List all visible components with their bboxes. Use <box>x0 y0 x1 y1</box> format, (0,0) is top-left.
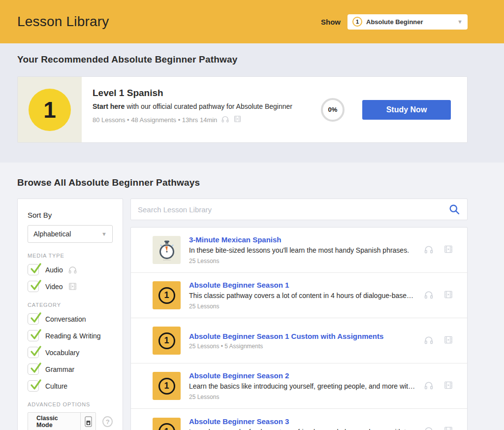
recommended-heading: Your Recommended Absolute Beginner Pathw… <box>17 54 238 65</box>
pathway-meta: 25 Lessons <box>189 303 413 310</box>
checkbox-checked-icon[interactable] <box>28 264 39 275</box>
pathway-list: 3-Minute Mexican Spanish In these bite-s… <box>130 227 468 430</box>
chevron-down-icon: ▼ <box>457 19 463 25</box>
pathway-row[interactable]: 1 Absolute Beginner Season 1 This classi… <box>131 273 467 318</box>
pathway-title-link[interactable]: Absolute Beginner Season 1 <box>189 281 413 289</box>
sort-value: Alphabetical <box>33 230 71 238</box>
search-icon[interactable] <box>448 203 460 215</box>
level-1-icon: 1 <box>153 372 181 400</box>
headphones-icon <box>424 426 434 430</box>
filter-label: Culture <box>45 382 67 390</box>
ipod-icon <box>80 413 95 430</box>
pathway-subtitle: Start here with our official curated pat… <box>93 102 321 110</box>
pathway-row[interactable]: 1 Absolute Beginner Season 3 Learn how t… <box>131 409 467 430</box>
filter-label: Video <box>45 283 63 291</box>
filter-label: Reading & Writing <box>45 332 101 340</box>
help-icon[interactable]: ? <box>102 416 113 427</box>
checkbox-checked-icon[interactable] <box>28 380 39 392</box>
pathway-meta: 25 Lessons <box>189 394 415 400</box>
filter-label: Conversation <box>45 315 86 323</box>
page-title: Lesson Library <box>17 14 109 30</box>
headphones-icon <box>424 335 434 347</box>
progress-ring: 0% <box>321 98 345 122</box>
pathway-meta: 80 Lessons • 48 Assignments • 13hrs 14mi… <box>93 115 321 125</box>
filter-video[interactable]: Video <box>28 281 113 292</box>
level-1-icon: 1 <box>153 281 181 309</box>
pathway-description: This classic pathway covers a lot of con… <box>189 292 413 300</box>
pathway-row[interactable]: 3-Minute Mexican Spanish In these bite-s… <box>131 228 467 273</box>
search-bar <box>130 198 468 220</box>
page-header: Lesson Library Show 1 Absolute Beginner … <box>0 0 504 43</box>
recommended-pathway-card: 1 Level 1 Spanish Start here with our of… <box>17 76 468 143</box>
video-icon <box>443 380 453 392</box>
subtitle-rest: with our official curated pathway for Ab… <box>125 102 292 110</box>
pathway-meta: 25 Lessons • 5 Assignments <box>189 343 383 350</box>
filter-label: Vocabulary <box>45 349 79 357</box>
classic-mode-label: Classic Mode <box>28 413 80 430</box>
sort-by-label: Sort By <box>28 211 113 219</box>
search-input[interactable] <box>138 205 448 214</box>
pathway-title: Level 1 Spanish <box>93 88 321 99</box>
video-icon <box>233 115 242 125</box>
pathway-title-link[interactable]: Absolute Beginner Season 3 <box>189 417 413 426</box>
checkbox-checked-icon[interactable] <box>28 313 39 325</box>
stopwatch-icon <box>153 236 181 264</box>
film-icon <box>68 282 77 291</box>
pathway-title-link[interactable]: Absolute Beginner Season 1 Custom with A… <box>189 332 383 340</box>
checkbox-checked-icon[interactable] <box>28 364 39 375</box>
level-filter-value: Absolute Beginner <box>366 18 423 26</box>
category-label: CATEGORY <box>28 302 113 308</box>
filter-sidebar: Sort By Alphabetical ▼ MEDIA TYPE Audio <box>17 198 123 430</box>
filter-reading-writing[interactable]: Reading & Writing <box>28 330 113 341</box>
study-now-button[interactable]: Study Now <box>362 100 451 120</box>
headphones-icon <box>68 265 77 274</box>
checkbox-checked-icon[interactable] <box>28 347 39 358</box>
filter-conversation[interactable]: Conversation <box>28 313 113 325</box>
classic-mode-button[interactable]: Classic Mode <box>28 412 96 430</box>
pathway-title-link[interactable]: 3-Minute Mexican Spanish <box>189 235 409 244</box>
headphones-icon <box>424 244 434 256</box>
recommended-section: Your Recommended Absolute Beginner Pathw… <box>0 43 504 163</box>
pathway-title-link[interactable]: Absolute Beginner Season 2 <box>189 371 415 380</box>
pathway-row[interactable]: 1 Absolute Beginner Season 2 Learn the b… <box>131 364 467 409</box>
pathway-thumbnail: 1 <box>18 77 82 142</box>
filter-culture[interactable]: Culture <box>28 380 113 392</box>
checkbox-checked-icon[interactable] <box>28 281 39 292</box>
video-icon <box>443 426 453 430</box>
filter-grammar[interactable]: Grammar <box>28 364 113 375</box>
headphones-icon <box>424 290 434 301</box>
checkbox-checked-icon[interactable] <box>28 330 39 341</box>
level-filter-dropdown[interactable]: 1 Absolute Beginner ▼ <box>347 14 468 30</box>
filter-audio[interactable]: Audio <box>28 264 113 275</box>
advanced-options-label: ADVANCED OPTIONS <box>28 401 113 407</box>
sort-dropdown[interactable]: Alphabetical ▼ <box>28 225 113 243</box>
pathway-description: Learn the basics like introducing yourse… <box>189 382 415 391</box>
level-1-circle-icon: 1 <box>29 89 71 131</box>
browse-section: Browse All Absolute Beginner Pathways So… <box>0 163 504 430</box>
level-1-badge-icon: 1 <box>352 17 362 27</box>
browse-heading: Browse All Absolute Beginner Pathways <box>17 177 200 188</box>
pathway-description: Learn how to order food, meet new friend… <box>189 428 413 430</box>
headphones-icon <box>424 380 434 392</box>
filter-label: Audio <box>45 266 63 274</box>
media-type-label: MEDIA TYPE <box>28 253 113 259</box>
filter-vocabulary[interactable]: Vocabulary <box>28 347 113 358</box>
show-label: Show <box>321 18 341 26</box>
video-icon <box>443 290 453 301</box>
level-1-icon: 1 <box>153 327 181 355</box>
pathway-meta: 25 Lessons <box>189 258 409 265</box>
pathway-row[interactable]: 1 Absolute Beginner Season 1 Custom with… <box>131 318 467 364</box>
filter-label: Grammar <box>45 365 74 373</box>
pathway-description: In these bite-sized lessons you'll learn… <box>189 246 409 255</box>
headphones-icon <box>221 115 229 125</box>
level-1-icon: 1 <box>153 418 181 430</box>
chevron-down-icon: ▼ <box>101 231 107 237</box>
video-icon <box>443 335 453 347</box>
pathway-meta-text: 80 Lessons • 48 Assignments • 13hrs 14mi… <box>93 116 217 124</box>
video-icon <box>443 244 453 256</box>
subtitle-bold: Start here <box>93 102 125 110</box>
